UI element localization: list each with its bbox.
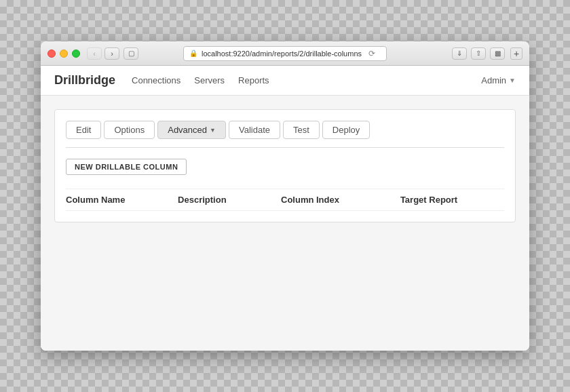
advanced-caret-icon: ▼ xyxy=(210,127,216,134)
column-index-header: Column Index xyxy=(267,189,387,211)
tab-test[interactable]: Test xyxy=(283,121,320,139)
url-text: localhost:9220/admin/reports/2/drillable… xyxy=(202,50,362,58)
share-button[interactable]: ⇧ xyxy=(471,47,486,60)
reload-button[interactable]: ⟳ xyxy=(368,49,375,58)
forward-button[interactable]: › xyxy=(104,47,119,60)
nav-link-reports[interactable]: Reports xyxy=(238,75,269,85)
sidebar-button[interactable]: ▩ xyxy=(490,47,505,60)
maximize-button[interactable] xyxy=(72,50,80,58)
app-brand: Drillbridge xyxy=(54,73,115,87)
main-content: Edit Options Advanced ▼ Validate Test De… xyxy=(41,96,529,351)
tab-options[interactable]: Options xyxy=(104,121,155,139)
app-navbar: Drillbridge Connections Servers Reports … xyxy=(41,66,529,96)
admin-caret-icon: ▼ xyxy=(509,77,516,84)
title-bar: ‹ › ▢ 🔒 localhost:9220/admin/reports/2/d… xyxy=(41,41,529,66)
toolbar-right: ⇓ ⇧ ▩ + xyxy=(452,47,522,60)
admin-menu[interactable]: Admin ▼ xyxy=(481,75,516,85)
tab-validate[interactable]: Validate xyxy=(229,121,280,139)
drillable-columns-table: Column Name Description Column Index Tar… xyxy=(66,189,504,211)
table-header-row: Column Name Description Column Index Tar… xyxy=(66,189,504,211)
minimize-button[interactable] xyxy=(60,50,68,58)
address-bar-area: 🔒 localhost:9220/admin/reports/2/drillab… xyxy=(183,46,387,61)
browser-window: ‹ › ▢ 🔒 localhost:9220/admin/reports/2/d… xyxy=(41,41,529,351)
traffic-lights xyxy=(48,50,80,58)
reader-view-button[interactable]: ▢ xyxy=(124,47,138,60)
content-card: Edit Options Advanced ▼ Validate Test De… xyxy=(54,109,516,222)
admin-label: Admin xyxy=(481,75,506,85)
back-button[interactable]: ‹ xyxy=(87,47,102,60)
new-tab-button[interactable]: + xyxy=(510,47,522,60)
new-drillable-column-button[interactable]: NEW DRILLABLE COLUMN xyxy=(66,159,187,175)
page-content: Drillbridge Connections Servers Reports … xyxy=(41,66,529,351)
column-name-header: Column Name xyxy=(66,189,164,211)
tab-edit[interactable]: Edit xyxy=(66,121,101,139)
nav-links: Connections Servers Reports xyxy=(132,75,481,85)
nav-link-servers[interactable]: Servers xyxy=(194,75,225,85)
nav-buttons: ‹ › xyxy=(87,47,119,60)
download-button[interactable]: ⇓ xyxy=(452,47,467,60)
target-report-header: Target Report xyxy=(387,189,504,211)
lock-icon: 🔒 xyxy=(189,50,197,57)
action-bar: NEW DRILLABLE COLUMN xyxy=(66,159,504,175)
close-button[interactable] xyxy=(48,50,56,58)
tab-advanced[interactable]: Advanced ▼ xyxy=(157,121,226,139)
address-bar[interactable]: 🔒 localhost:9220/admin/reports/2/drillab… xyxy=(183,46,387,61)
nav-link-connections[interactable]: Connections xyxy=(132,75,180,85)
tab-bar: Edit Options Advanced ▼ Validate Test De… xyxy=(66,121,504,148)
tab-deploy[interactable]: Deploy xyxy=(322,121,370,139)
description-header: Description xyxy=(164,189,267,211)
